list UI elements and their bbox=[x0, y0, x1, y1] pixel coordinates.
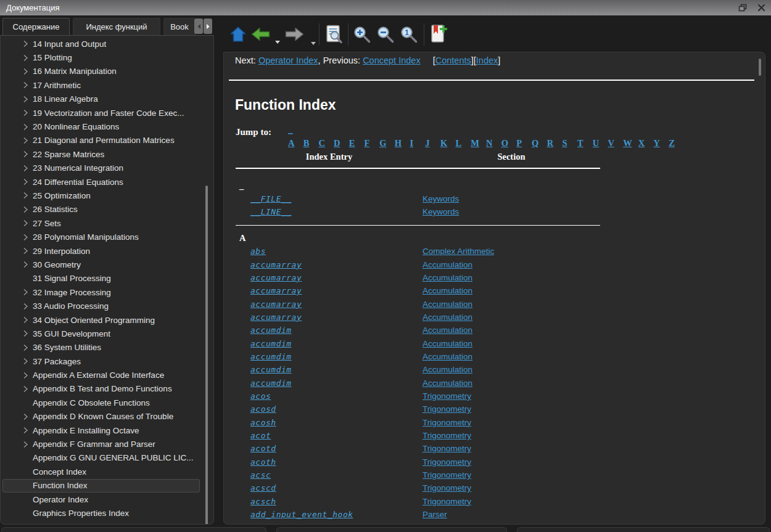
chevron-right-icon[interactable] bbox=[23, 385, 33, 393]
jump-letter-link[interactable]: O bbox=[501, 138, 517, 149]
chevron-right-icon[interactable] bbox=[23, 344, 33, 351]
section-link[interactable]: Accumulation bbox=[423, 286, 472, 295]
sidebar-item[interactable]: 14 Input and Output bbox=[1, 37, 213, 51]
tab-scroll-left-button[interactable] bbox=[194, 18, 203, 34]
zoom-out-button[interactable] bbox=[377, 26, 394, 43]
index-entry-link[interactable]: acsch bbox=[250, 497, 276, 506]
forward-button[interactable] bbox=[285, 27, 304, 41]
chevron-right-icon[interactable] bbox=[23, 109, 33, 117]
index-entry-link[interactable]: accumdim bbox=[250, 339, 292, 348]
sidebar-item[interactable]: 34 Object Oriented Programming bbox=[1, 313, 213, 327]
section-link[interactable]: Accumulation bbox=[423, 365, 472, 374]
sidebar-item[interactable]: 30 Geometry bbox=[1, 258, 213, 271]
zoom-in-button[interactable] bbox=[353, 26, 371, 43]
chevron-right-icon[interactable] bbox=[23, 358, 33, 365]
chevron-right-icon[interactable] bbox=[23, 192, 33, 199]
chevron-right-icon[interactable] bbox=[23, 330, 33, 337]
section-link[interactable]: Trigonometry bbox=[423, 483, 471, 493]
sidebar-item[interactable]: 26 Statistics bbox=[1, 203, 213, 216]
chevron-right-icon[interactable] bbox=[23, 96, 33, 103]
jump-letter-link[interactable]: F bbox=[364, 138, 379, 149]
jump-letter-link[interactable]: R bbox=[547, 138, 563, 149]
index-entry-link[interactable]: accumdim bbox=[250, 325, 292, 335]
tab-function-index[interactable]: Индекс функций bbox=[73, 18, 160, 35]
sidebar-item[interactable]: 27 Sets bbox=[1, 216, 213, 230]
tab-contents[interactable]: Содержание bbox=[2, 18, 70, 35]
sidebar-item[interactable]: 32 Image Processing bbox=[1, 285, 213, 299]
section-link[interactable]: Trigonometry bbox=[423, 497, 471, 506]
chevron-right-icon[interactable] bbox=[23, 303, 33, 310]
sidebar-item[interactable]: 23 Numerical Integration bbox=[1, 162, 213, 175]
chevron-right-icon[interactable] bbox=[23, 234, 33, 241]
chevron-right-icon[interactable] bbox=[23, 247, 33, 255]
sidebar-item[interactable]: 21 Diagonal and Permutation Matrices bbox=[1, 134, 213, 147]
jump-letter-link[interactable]: U bbox=[593, 138, 608, 149]
chevron-right-icon[interactable] bbox=[23, 289, 33, 296]
content-scrollbar[interactable] bbox=[759, 59, 761, 76]
index-entry-link[interactable]: abs bbox=[250, 247, 266, 256]
jump-letter-link[interactable]: Q bbox=[532, 138, 547, 149]
section-link[interactable]: Accumulation bbox=[423, 300, 472, 309]
jump-letter-link[interactable]: J bbox=[425, 138, 440, 149]
section-link[interactable]: Parser bbox=[423, 510, 447, 519]
jump-letter-link[interactable]: X bbox=[638, 138, 654, 149]
sidebar-item[interactable]: Appendix A External Code Interface bbox=[1, 368, 213, 382]
sidebar-item[interactable]: 37 Packages bbox=[1, 354, 213, 368]
jump-letter-link[interactable]: E bbox=[349, 138, 365, 149]
jump-letter-link[interactable]: C bbox=[318, 138, 334, 149]
sidebar-item[interactable]: Graphics Properties Index bbox=[1, 506, 213, 520]
chevron-right-icon[interactable] bbox=[23, 178, 33, 186]
section-link[interactable]: Accumulation bbox=[423, 313, 472, 322]
sidebar-item[interactable]: 16 Matrix Manipulation bbox=[1, 65, 213, 78]
sidebar-item[interactable]: 28 Polynomial Manipulations bbox=[1, 230, 213, 243]
back-button[interactable] bbox=[251, 27, 270, 41]
nav-previous-link[interactable]: Concept Index bbox=[363, 55, 421, 65]
jump-letter-underscore-link[interactable]: _ bbox=[288, 125, 293, 134]
index-entry-link[interactable]: accumarray bbox=[250, 313, 302, 322]
jump-letter-link[interactable]: I bbox=[410, 138, 426, 149]
chevron-right-icon[interactable] bbox=[23, 206, 33, 213]
sidebar-item[interactable]: Concept Index bbox=[1, 465, 213, 478]
jump-letter-link[interactable]: H bbox=[395, 138, 410, 149]
zoom-original-button[interactable]: 1 bbox=[400, 26, 418, 43]
jump-letter-link[interactable]: N bbox=[486, 138, 501, 149]
sidebar-item[interactable]: Operator Index bbox=[1, 493, 213, 506]
index-entry-link[interactable]: accumarray bbox=[250, 286, 302, 295]
index-entry-link[interactable]: __FILE__ bbox=[250, 194, 292, 203]
section-link[interactable]: Trigonometry bbox=[423, 431, 471, 440]
chevron-right-icon[interactable] bbox=[23, 316, 33, 324]
chevron-right-icon[interactable] bbox=[23, 137, 33, 144]
section-link[interactable]: Trigonometry bbox=[423, 457, 471, 467]
section-link[interactable]: Trigonometry bbox=[423, 391, 471, 401]
sidebar-item[interactable]: Appendix E Installing Octave bbox=[1, 424, 213, 437]
close-window-button[interactable] bbox=[755, 2, 767, 14]
sidebar-item[interactable]: 35 GUI Development bbox=[1, 327, 213, 340]
jump-letter-link[interactable]: K bbox=[440, 138, 456, 149]
index-entry-link[interactable]: accumarray bbox=[250, 260, 302, 269]
chevron-right-icon[interactable] bbox=[23, 165, 33, 172]
index-entry-link[interactable]: __LINE__ bbox=[250, 207, 292, 216]
index-entry-link[interactable]: acosh bbox=[250, 418, 276, 427]
home-button[interactable] bbox=[230, 26, 246, 43]
back-dropdown-button[interactable] bbox=[275, 41, 280, 44]
sidebar-item[interactable]: Appendix C Obsolete Functions bbox=[1, 396, 213, 409]
nav-contents-link[interactable]: Contents bbox=[435, 55, 471, 65]
sidebar-item[interactable]: Appendix D Known Causes of Trouble bbox=[1, 410, 213, 424]
index-entry-link[interactable]: accumarray bbox=[250, 273, 302, 282]
index-entry-link[interactable]: accumdim bbox=[250, 379, 292, 388]
index-entry-link[interactable]: accumdim bbox=[250, 352, 292, 361]
nav-index-link[interactable]: Index bbox=[476, 55, 498, 65]
jump-letter-link[interactable]: A bbox=[288, 138, 303, 149]
jump-letter-link[interactable]: G bbox=[379, 138, 395, 149]
jump-letter-link[interactable]: T bbox=[577, 138, 593, 149]
sidebar-item[interactable]: 29 Interpolation bbox=[1, 244, 213, 258]
sidebar-scrollbar[interactable] bbox=[205, 186, 208, 525]
section-link[interactable]: Accumulation bbox=[423, 325, 472, 335]
chevron-right-icon[interactable] bbox=[23, 54, 33, 62]
section-link[interactable]: Accumulation bbox=[423, 339, 472, 348]
nav-next-link[interactable]: Operator Index bbox=[258, 55, 318, 65]
index-entry-link[interactable]: accumarray bbox=[250, 300, 302, 309]
section-link[interactable]: Accumulation bbox=[423, 379, 472, 388]
section-link[interactable]: Complex Arithmetic bbox=[423, 247, 494, 256]
jump-letter-link[interactable]: B bbox=[303, 138, 319, 149]
